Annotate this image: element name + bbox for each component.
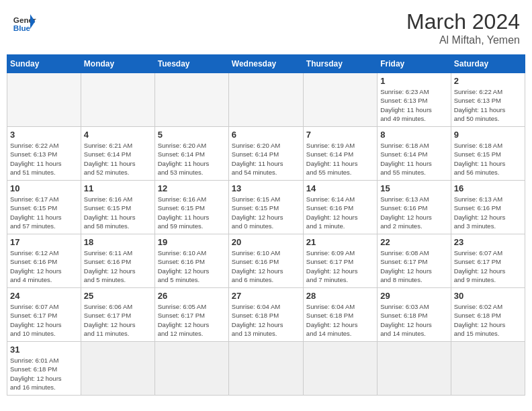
day-info: Sunrise: 6:13 AMSunset: 6:16 PMDaylight:…: [454, 195, 522, 230]
calendar-cell: [81, 73, 154, 127]
day-info: Sunrise: 6:07 AMSunset: 6:17 PMDaylight:…: [454, 248, 522, 284]
calendar-cell: 28Sunrise: 6:04 AMSunset: 6:18 PMDayligh…: [303, 288, 377, 342]
calendar-cell: 14Sunrise: 6:14 AMSunset: 6:16 PMDayligh…: [303, 181, 377, 234]
day-info: Sunrise: 6:04 AMSunset: 6:18 PMDaylight:…: [306, 302, 374, 338]
day-info: Sunrise: 6:16 AMSunset: 6:15 PMDaylight:…: [84, 195, 152, 230]
day-number: 5: [158, 130, 226, 140]
day-number: 29: [380, 291, 447, 301]
day-info: Sunrise: 6:13 AMSunset: 6:16 PMDaylight:…: [380, 195, 447, 230]
day-info: Sunrise: 6:19 AMSunset: 6:14 PMDaylight:…: [306, 141, 374, 177]
title-block: March 2024 Al Miftah, Yemen: [406, 9, 520, 46]
day-info: Sunrise: 6:17 AMSunset: 6:15 PMDaylight:…: [10, 195, 78, 230]
day-number: 14: [306, 183, 374, 193]
weekday-header-tuesday: Tuesday: [154, 55, 228, 73]
calendar-cell: 27Sunrise: 6:04 AMSunset: 6:18 PMDayligh…: [228, 288, 303, 342]
day-info: Sunrise: 6:22 AMSunset: 6:13 PMDaylight:…: [10, 141, 78, 177]
calendar-cell: [451, 342, 525, 396]
calendar-cell: 7Sunrise: 6:19 AMSunset: 6:14 PMDaylight…: [303, 127, 377, 181]
calendar-cell: [303, 342, 377, 396]
calendar-cell: 10Sunrise: 6:17 AMSunset: 6:15 PMDayligh…: [7, 181, 81, 234]
day-info: Sunrise: 6:20 AMSunset: 6:14 PMDaylight:…: [232, 141, 300, 177]
day-info: Sunrise: 6:14 AMSunset: 6:16 PMDaylight:…: [306, 195, 374, 230]
day-info: Sunrise: 6:08 AMSunset: 6:17 PMDaylight:…: [380, 248, 447, 284]
day-number: 24: [10, 291, 78, 301]
day-info: Sunrise: 6:05 AMSunset: 6:17 PMDaylight:…: [158, 302, 226, 338]
calendar-cell: 22Sunrise: 6:08 AMSunset: 6:17 PMDayligh…: [378, 234, 451, 288]
weekday-header-wednesday: Wednesday: [228, 55, 303, 73]
calendar-cell: 11Sunrise: 6:16 AMSunset: 6:15 PMDayligh…: [81, 181, 154, 234]
calendar-cell: 17Sunrise: 6:12 AMSunset: 6:16 PMDayligh…: [7, 234, 81, 288]
day-info: Sunrise: 6:12 AMSunset: 6:16 PMDaylight:…: [10, 248, 78, 284]
day-number: 16: [454, 183, 522, 193]
day-info: Sunrise: 6:10 AMSunset: 6:16 PMDaylight:…: [232, 248, 300, 284]
calendar-cell: 6Sunrise: 6:20 AMSunset: 6:14 PMDaylight…: [228, 127, 303, 181]
weekday-header-monday: Monday: [81, 55, 154, 73]
calendar-cell: 30Sunrise: 6:02 AMSunset: 6:18 PMDayligh…: [451, 288, 525, 342]
day-number: 26: [158, 291, 226, 301]
week-row-4: 17Sunrise: 6:12 AMSunset: 6:16 PMDayligh…: [7, 234, 525, 288]
day-number: 25: [84, 291, 152, 301]
logo: General Blue: [12, 9, 36, 34]
svg-text:Blue: Blue: [13, 24, 31, 32]
day-number: 19: [158, 237, 226, 247]
day-number: 4: [84, 130, 152, 140]
day-info: Sunrise: 6:23 AMSunset: 6:13 PMDaylight:…: [380, 87, 447, 123]
calendar-cell: [154, 73, 228, 127]
day-number: 30: [454, 291, 522, 301]
day-number: 17: [10, 237, 78, 247]
day-number: 2: [454, 76, 522, 86]
calendar-cell: [228, 342, 303, 396]
calendar-cell: 4Sunrise: 6:21 AMSunset: 6:14 PMDaylight…: [81, 127, 154, 181]
calendar-cell: 1Sunrise: 6:23 AMSunset: 6:13 PMDaylight…: [378, 73, 451, 127]
day-info: Sunrise: 6:22 AMSunset: 6:13 PMDaylight:…: [454, 87, 522, 123]
week-row-6: 31Sunrise: 6:01 AMSunset: 6:18 PMDayligh…: [7, 342, 525, 396]
day-info: Sunrise: 6:01 AMSunset: 6:18 PMDaylight:…: [10, 356, 78, 392]
weekday-header-sunday: Sunday: [7, 55, 81, 73]
calendar-cell: 18Sunrise: 6:11 AMSunset: 6:16 PMDayligh…: [81, 234, 154, 288]
calendar-cell: [303, 73, 377, 127]
weekday-header-saturday: Saturday: [451, 55, 525, 73]
calendar-cell: 19Sunrise: 6:10 AMSunset: 6:16 PMDayligh…: [154, 234, 228, 288]
calendar-cell: 13Sunrise: 6:15 AMSunset: 6:15 PMDayligh…: [228, 181, 303, 234]
calendar-cell: [378, 342, 451, 396]
calendar-cell: 8Sunrise: 6:18 AMSunset: 6:14 PMDaylight…: [378, 127, 451, 181]
calendar-cell: 21Sunrise: 6:09 AMSunset: 6:17 PMDayligh…: [303, 234, 377, 288]
day-number: 3: [10, 130, 78, 140]
day-info: Sunrise: 6:20 AMSunset: 6:14 PMDaylight:…: [158, 141, 226, 177]
calendar-cell: 20Sunrise: 6:10 AMSunset: 6:16 PMDayligh…: [228, 234, 303, 288]
page-header: General Blue March 2024 Al Miftah, Yemen: [7, 7, 525, 49]
calendar-cell: [81, 342, 154, 396]
calendar-cell: 16Sunrise: 6:13 AMSunset: 6:16 PMDayligh…: [451, 181, 525, 234]
day-info: Sunrise: 6:16 AMSunset: 6:15 PMDaylight:…: [158, 195, 226, 230]
calendar-cell: 31Sunrise: 6:01 AMSunset: 6:18 PMDayligh…: [7, 342, 81, 396]
day-info: Sunrise: 6:11 AMSunset: 6:16 PMDaylight:…: [84, 248, 152, 284]
day-number: 23: [454, 237, 522, 247]
calendar-cell: 26Sunrise: 6:05 AMSunset: 6:17 PMDayligh…: [154, 288, 228, 342]
day-info: Sunrise: 6:15 AMSunset: 6:15 PMDaylight:…: [232, 195, 300, 230]
day-number: 10: [10, 183, 78, 193]
month-title: March 2024: [406, 9, 520, 34]
location: Al Miftah, Yemen: [406, 34, 520, 46]
day-info: Sunrise: 6:02 AMSunset: 6:18 PMDaylight:…: [454, 302, 522, 338]
day-number: 15: [380, 183, 447, 193]
weekday-header-friday: Friday: [378, 55, 451, 73]
day-info: Sunrise: 6:09 AMSunset: 6:17 PMDaylight:…: [306, 248, 374, 284]
day-info: Sunrise: 6:07 AMSunset: 6:17 PMDaylight:…: [10, 302, 78, 338]
calendar-cell: 2Sunrise: 6:22 AMSunset: 6:13 PMDaylight…: [451, 73, 525, 127]
calendar-cell: 5Sunrise: 6:20 AMSunset: 6:14 PMDaylight…: [154, 127, 228, 181]
calendar-cell: 9Sunrise: 6:18 AMSunset: 6:15 PMDaylight…: [451, 127, 525, 181]
day-number: 22: [380, 237, 447, 247]
calendar-table: SundayMondayTuesdayWednesdayThursdayFrid…: [7, 54, 525, 396]
calendar-cell: 24Sunrise: 6:07 AMSunset: 6:17 PMDayligh…: [7, 288, 81, 342]
weekday-header-thursday: Thursday: [303, 55, 377, 73]
week-row-5: 24Sunrise: 6:07 AMSunset: 6:17 PMDayligh…: [7, 288, 525, 342]
week-row-1: 1Sunrise: 6:23 AMSunset: 6:13 PMDaylight…: [7, 73, 525, 127]
day-info: Sunrise: 6:10 AMSunset: 6:16 PMDaylight:…: [158, 248, 226, 284]
calendar-cell: 12Sunrise: 6:16 AMSunset: 6:15 PMDayligh…: [154, 181, 228, 234]
calendar-cell: [154, 342, 228, 396]
day-number: 28: [306, 291, 374, 301]
day-number: 18: [84, 237, 152, 247]
day-number: 9: [454, 130, 522, 140]
logo-icon: General Blue: [12, 9, 36, 34]
week-row-2: 3Sunrise: 6:22 AMSunset: 6:13 PMDaylight…: [7, 127, 525, 181]
